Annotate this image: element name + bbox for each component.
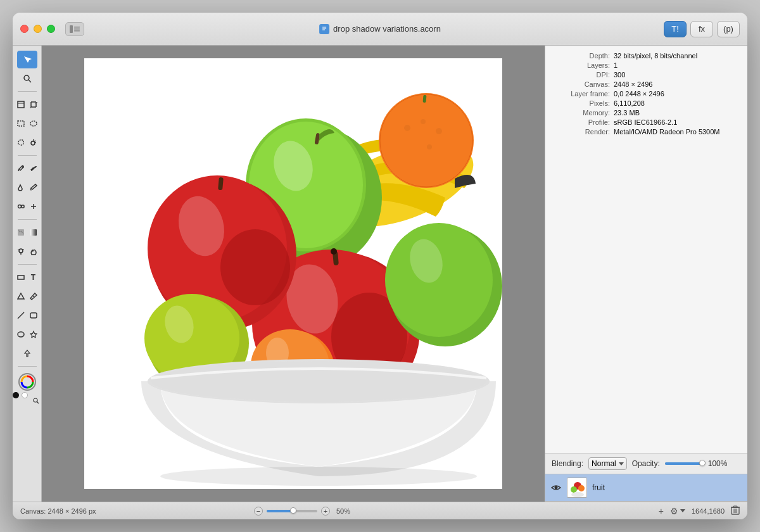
main-window: drop shadow variations.acorn T! fx (p): [13, 13, 747, 519]
svg-point-53: [331, 248, 337, 255]
clone-heal-pair: [15, 198, 39, 215]
svg-line-6: [28, 80, 31, 82]
foreground-color[interactable]: [13, 392, 19, 398]
layer-thumbnail: [567, 478, 587, 498]
zoom-slider[interactable]: [267, 510, 317, 512]
zoom-out-btn[interactable]: −: [254, 507, 263, 516]
settings-area[interactable]: ⚙: [670, 506, 685, 516]
blending-row: Blending: Normal Opacity: 100%: [545, 453, 747, 474]
header-buttons: T! fx (p): [664, 21, 740, 37]
pixels-value: 6,110,208: [614, 99, 645, 107]
close-button[interactable]: [20, 25, 28, 33]
zoom-tool-bottom[interactable]: [30, 392, 42, 410]
canvas-area[interactable]: [42, 46, 545, 502]
trash-btn[interactable]: [731, 505, 740, 517]
svg-rect-9: [18, 121, 24, 126]
background-color[interactable]: [22, 392, 28, 398]
clone-btn[interactable]: [15, 198, 27, 215]
svg-point-14: [31, 141, 35, 145]
layer-visibility-toggle[interactable]: [550, 482, 562, 493]
arrow-pair: [22, 345, 33, 362]
pen-tool-btn[interactable]: [28, 288, 39, 305]
crop-transform-pair: [15, 96, 39, 113]
triangle-btn[interactable]: [15, 288, 27, 305]
right-panel: Depth: 32 bits/pixel, 8 bits/channel Lay…: [545, 46, 747, 502]
svg-line-33: [37, 402, 39, 403]
paint-bucket-btn[interactable]: [15, 179, 27, 196]
opacity-value: 100%: [708, 459, 728, 468]
svg-point-5: [24, 75, 29, 80]
window-title: drop shadow variations.acorn: [333, 24, 441, 34]
zoom-in-btn[interactable]: +: [321, 507, 330, 516]
select-tool-btn[interactable]: [17, 51, 37, 68]
eyedropper-btn[interactable]: [15, 160, 27, 177]
toolbar-sep-2: [18, 155, 37, 156]
blending-select[interactable]: Normal: [588, 457, 627, 470]
star-btn[interactable]: [28, 326, 39, 343]
transform-tool-btn[interactable]: [28, 96, 39, 113]
paintbrush-btn[interactable]: [28, 179, 39, 196]
svg-point-38: [404, 125, 410, 131]
titlebar: drop shadow variations.acorn T! fx (p): [13, 13, 747, 46]
toolbar-sep-5: [18, 366, 37, 367]
smudge-btn[interactable]: [28, 160, 39, 177]
ellipse-btn[interactable]: [15, 326, 27, 343]
fx-header-btn[interactable]: fx: [690, 21, 713, 37]
settings-icon[interactable]: ⚙: [670, 506, 678, 516]
fill-btn[interactable]: [15, 224, 27, 241]
magic-wand-btn[interactable]: [28, 134, 39, 151]
info-row-render: Render: Metal/IO/AMD Radeon Pro 5300M: [553, 128, 740, 136]
statusbar-canvas-info: Canvas: 2448 × 2496 px: [20, 507, 96, 515]
heal-btn[interactable]: [28, 198, 39, 215]
arrow-btn[interactable]: [22, 345, 33, 362]
ellipse-star-pair: [15, 326, 39, 343]
memory-value: 23.3 MB: [614, 109, 640, 117]
fill-gradient-pair: [15, 224, 39, 241]
pixels-label: Pixels:: [553, 99, 610, 107]
toolbar-sep-1: [18, 91, 37, 92]
layer-frame-label: Layer frame:: [553, 90, 610, 98]
info-row-depth: Depth: 32 bits/pixel, 8 bits/channel: [553, 52, 740, 60]
toolbar-sep-3: [18, 219, 37, 220]
info-row-layers: Layers: 1: [553, 61, 740, 69]
svg-point-77: [571, 492, 584, 497]
crop-tool-btn[interactable]: [15, 96, 27, 113]
memory-label: Memory:: [553, 109, 610, 117]
p-header-btn[interactable]: (p): [717, 21, 740, 37]
opacity-slider[interactable]: [665, 462, 703, 465]
info-row-profile: Profile: sRGB IEC61966-2.1: [553, 118, 740, 126]
svg-rect-42: [422, 95, 426, 103]
layer-item-fruit[interactable]: fruit: [545, 474, 747, 502]
zoom-tool-btn[interactable]: [17, 70, 37, 87]
dpi-value: 300: [614, 71, 625, 79]
rect2-btn[interactable]: [28, 307, 39, 324]
line-rect2-pair: [15, 307, 39, 324]
dodge-burn-pair: [15, 243, 39, 260]
gradient-btn[interactable]: [28, 224, 39, 241]
minimize-button[interactable]: [34, 25, 42, 33]
dpi-label: DPI:: [553, 71, 610, 79]
dodge-btn[interactable]: [15, 243, 27, 260]
line-btn[interactable]: [15, 307, 27, 324]
burn-btn[interactable]: [28, 243, 39, 260]
color-wheel-btn[interactable]: [18, 373, 36, 391]
svg-point-60: [220, 229, 290, 305]
ellipse-select-btn[interactable]: [28, 115, 39, 132]
canvas-label: Canvas:: [553, 80, 610, 88]
add-layer-btn[interactable]: +: [659, 506, 664, 516]
layers-value: 1: [614, 61, 618, 69]
color-tool: [13, 373, 42, 410]
svg-point-37: [380, 94, 472, 187]
profile-value: sRGB IEC61966-2.1: [614, 118, 677, 126]
svg-rect-17: [22, 205, 24, 208]
rect-select-btn[interactable]: [15, 115, 27, 132]
maximize-button[interactable]: [47, 25, 55, 33]
zoom-percent-label: 50%: [336, 507, 350, 515]
text-tool-header-btn[interactable]: T!: [664, 21, 687, 37]
sidebar-toggle-button[interactable]: [65, 22, 84, 36]
lasso-tool-btn[interactable]: [15, 134, 27, 151]
svg-rect-21: [30, 229, 37, 236]
rect-shape-btn[interactable]: [15, 269, 27, 286]
text-tool-btn[interactable]: T: [28, 269, 39, 286]
canvas-value: 2448 × 2496: [614, 80, 652, 88]
